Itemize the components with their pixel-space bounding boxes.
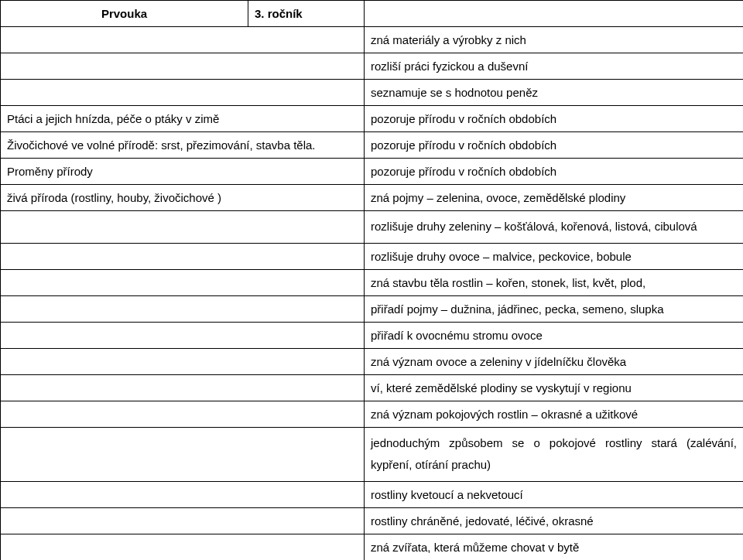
cell-right: rozlišuje druhy zeleniny – košťálová, ko…: [365, 211, 744, 244]
cell-right: přiřadí pojmy – dužnina, jádřinec, pecka…: [365, 295, 744, 322]
cell-right: seznamuje se s hodnotou peněz: [365, 80, 744, 106]
cell-left: [1, 80, 365, 106]
table-row: přiřadí k ovocnému stromu ovoce: [1, 322, 744, 348]
cell-left: [1, 374, 365, 401]
cell-left: [1, 27, 365, 53]
header-subject: Prvouka: [1, 1, 248, 27]
table-row: Živočichové ve volné přírodě: srst, přez…: [1, 132, 744, 159]
table-row: zná zvířata, která můžeme chovat v bytě: [1, 534, 744, 560]
cell-left: [1, 295, 365, 322]
cell-right: zná význam pokojových rostlin – okrasné …: [365, 401, 744, 427]
table-row: zná stavbu těla rostlin – kořen, stonek,…: [1, 269, 744, 295]
cell-right: rozlišuje druhy ovoce – malvice, peckovi…: [365, 243, 744, 269]
cell-right: zná zvířata, která můžeme chovat v bytě: [365, 534, 744, 560]
cell-right: jednoduchým způsobem se o pokojové rostl…: [365, 427, 744, 481]
cell-left: [1, 427, 365, 481]
table-row: Proměny přírodypozoruje přírodu v ročníc…: [1, 159, 744, 185]
cell-right: ví, které zemědělské plodiny se vyskytuj…: [365, 374, 744, 401]
cell-right: rostliny kvetoucí a nekvetoucí: [365, 481, 744, 507]
cell-left: [1, 534, 365, 560]
cell-left: Proměny přírody: [1, 159, 365, 185]
cell-right: pozoruje přírodu v ročních obdobích: [365, 159, 744, 185]
table-row: zná materiály a výrobky z nich: [1, 27, 744, 53]
cell-left: [1, 481, 365, 507]
cell-left: [1, 401, 365, 427]
cell-left: [1, 243, 365, 269]
cell-left: [1, 269, 365, 295]
cell-right: zná pojmy – zelenina, ovoce, zemědělské …: [365, 185, 744, 211]
content-table: Prvouka 3. ročník zná materiály a výrobk…: [0, 0, 743, 560]
cell-right: zná materiály a výrobky z nich: [365, 27, 744, 53]
table-row: zná význam pokojových rostlin – okrasné …: [1, 401, 744, 427]
cell-right: pozoruje přírodu v ročních obdobích: [365, 132, 744, 159]
cell-right: zná význam ovoce a zeleniny v jídelníčku…: [365, 348, 744, 374]
cell-right: pozoruje přírodu v ročních obdobích: [365, 106, 744, 132]
cell-left: [1, 348, 365, 374]
cell-left: [1, 53, 365, 80]
cell-left: [1, 211, 365, 244]
table-row: ví, které zemědělské plodiny se vyskytuj…: [1, 374, 744, 401]
cell-left: Ptáci a jejich hnízda, péče o ptáky v zi…: [1, 106, 365, 132]
cell-left: Živočichové ve volné přírodě: srst, přez…: [1, 132, 365, 159]
table-row: rostliny kvetoucí a nekvetoucí: [1, 481, 744, 507]
table-row: jednoduchým způsobem se o pokojové rostl…: [1, 427, 744, 481]
cell-right: zná stavbu těla rostlin – kořen, stonek,…: [365, 269, 744, 295]
cell-left: [1, 322, 365, 348]
table-row: přiřadí pojmy – dužnina, jádřinec, pecka…: [1, 295, 744, 322]
table-row: živá příroda (rostliny, houby, živočicho…: [1, 185, 744, 211]
header-right: [365, 1, 744, 27]
table-row: seznamuje se s hodnotou peněz: [1, 80, 744, 106]
table-row: rozlišuje druhy ovoce – malvice, peckovi…: [1, 243, 744, 269]
header-row: Prvouka 3. ročník: [1, 1, 744, 27]
cell-right: rozliší práci fyzickou a duševní: [365, 53, 744, 80]
table-row: rozliší práci fyzickou a duševní: [1, 53, 744, 80]
cell-left: živá příroda (rostliny, houby, živočicho…: [1, 185, 365, 211]
header-grade: 3. ročník: [248, 1, 365, 27]
table-row: rostliny chráněné, jedovaté, léčivé, okr…: [1, 507, 744, 534]
table-row: zná význam ovoce a zeleniny v jídelníčku…: [1, 348, 744, 374]
table-row: rozlišuje druhy zeleniny – košťálová, ko…: [1, 211, 744, 244]
cell-right: přiřadí k ovocnému stromu ovoce: [365, 322, 744, 348]
cell-left: [1, 507, 365, 534]
table-row: Ptáci a jejich hnízda, péče o ptáky v zi…: [1, 106, 744, 132]
cell-right: rostliny chráněné, jedovaté, léčivé, okr…: [365, 507, 744, 534]
